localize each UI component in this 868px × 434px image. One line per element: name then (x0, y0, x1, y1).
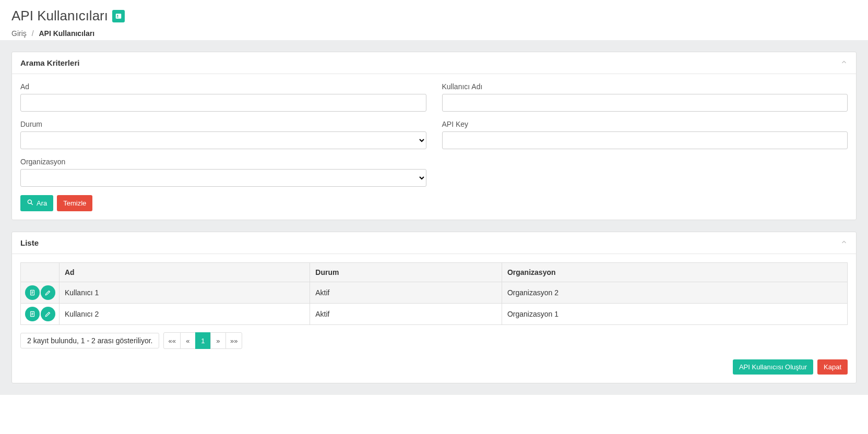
view-button[interactable] (25, 285, 40, 300)
search-icon (27, 199, 34, 208)
user-card-icon (112, 10, 125, 22)
ad-input[interactable] (20, 94, 426, 112)
col-actions (21, 263, 60, 282)
cell-organizasyon: Organizasyon 2 (502, 282, 847, 304)
breadcrumb-current: API Kullanıcıları (39, 29, 94, 38)
organizasyon-select[interactable] (20, 169, 426, 187)
api-key-input[interactable] (442, 131, 848, 149)
pager-row: 2 kayıt bulundu, 1 - 2 arası gösteriliyo… (20, 332, 848, 349)
kullanici-adi-input[interactable] (442, 94, 848, 112)
table-row: Kullanıcı 2 Aktif Organizasyon 1 (21, 304, 848, 325)
pager-last[interactable]: »» (225, 332, 242, 349)
durum-select[interactable] (20, 131, 426, 149)
api-key-label: API Key (442, 120, 848, 128)
content-area: Arama Kriterleri Ad Kullanıcı Adı Durum (0, 40, 868, 395)
list-panel-title: Liste (20, 238, 39, 247)
cell-organizasyon: Organizasyon 1 (502, 304, 847, 325)
ad-label: Ad (20, 82, 426, 91)
col-ad: Ad (60, 263, 310, 282)
view-button[interactable] (25, 307, 40, 321)
search-button-label: Ara (37, 199, 47, 207)
svg-point-2 (28, 200, 31, 203)
list-panel-body: Ad Durum Organizasyon Kullanıcı 1 Aktif … (12, 254, 856, 383)
svg-line-3 (31, 203, 32, 204)
results-table: Ad Durum Organizasyon Kullanıcı 1 Aktif … (20, 262, 848, 325)
page-header: API Kullanıcıları Giriş / API Kullanıcıl… (0, 0, 868, 40)
table-row: Kullanıcı 1 Aktif Organizasyon 2 (21, 282, 848, 304)
pager-next[interactable]: » (210, 332, 226, 349)
breadcrumb: Giriş / API Kullanıcıları (11, 29, 857, 38)
search-buttons: Ara Temizle (20, 195, 848, 211)
page-title-text: API Kullanıcıları (11, 8, 108, 24)
organizasyon-label: Organizasyon (20, 158, 426, 166)
search-button[interactable]: Ara (20, 195, 53, 211)
list-panel-header: Liste (12, 232, 856, 254)
svg-rect-0 (116, 14, 122, 18)
breadcrumb-separator: / (32, 29, 34, 38)
close-button[interactable]: Kapat (817, 359, 848, 375)
collapse-toggle[interactable] (840, 58, 848, 67)
edit-button[interactable] (41, 285, 55, 300)
footer-actions: API Kullanıcısı Oluştur Kapat (20, 359, 848, 375)
col-durum: Durum (310, 263, 502, 282)
cell-ad: Kullanıcı 1 (60, 282, 310, 304)
page-title: API Kullanıcıları (11, 8, 857, 24)
edit-button[interactable] (41, 307, 55, 321)
pager: «« « 1 » »» (163, 332, 242, 349)
cell-durum: Aktif (310, 282, 502, 304)
pager-prev[interactable]: « (180, 332, 196, 349)
pager-first[interactable]: «« (163, 332, 180, 349)
search-panel-header: Arama Kriterleri (12, 52, 856, 74)
clear-button-label: Temizle (63, 199, 86, 207)
pager-page-1[interactable]: 1 (195, 332, 211, 349)
list-panel: Liste Ad Durum Organizasyon (11, 232, 857, 383)
cell-ad: Kullanıcı 2 (60, 304, 310, 325)
collapse-toggle[interactable] (840, 238, 848, 247)
svg-point-1 (117, 15, 118, 16)
create-api-user-button[interactable]: API Kullanıcısı Oluştur (733, 359, 813, 375)
col-organizasyon: Organizasyon (502, 263, 847, 282)
search-panel-body: Ad Kullanıcı Adı Durum API Key (12, 74, 856, 220)
durum-label: Durum (20, 120, 426, 128)
pager-info: 2 kayıt bulundu, 1 - 2 arası gösteriliyo… (20, 333, 159, 348)
cell-durum: Aktif (310, 304, 502, 325)
search-panel-title: Arama Kriterleri (20, 58, 79, 67)
clear-button[interactable]: Temizle (57, 195, 92, 211)
search-panel: Arama Kriterleri Ad Kullanıcı Adı Durum (11, 52, 857, 220)
kullanici-adi-label: Kullanıcı Adı (442, 82, 848, 91)
breadcrumb-home[interactable]: Giriş (11, 29, 27, 38)
